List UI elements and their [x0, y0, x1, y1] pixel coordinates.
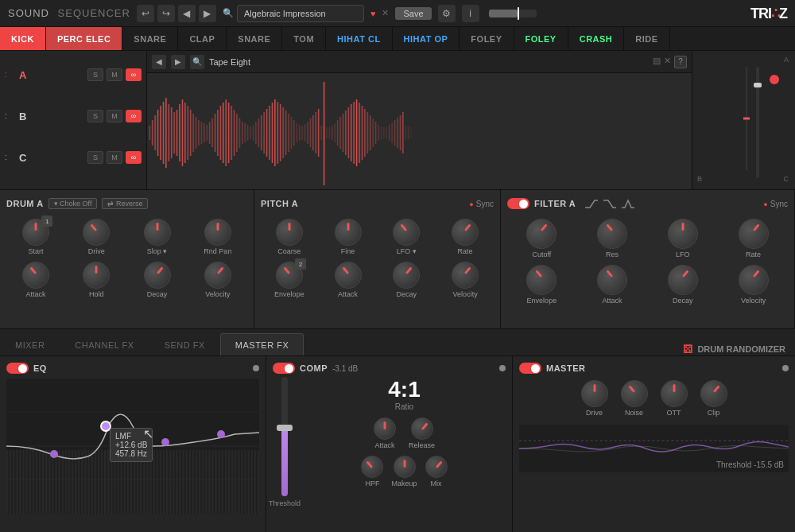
filter-decay-knob[interactable] — [668, 265, 698, 295]
track-b-solo[interactable]: S — [87, 110, 103, 122]
wf-next-btn[interactable]: ▶ — [171, 55, 185, 69]
tab-ride[interactable]: RIDE — [624, 27, 669, 50]
filter-attack-knob[interactable] — [597, 265, 627, 295]
drum-rndpan-knob[interactable] — [204, 219, 231, 246]
tab-send-fx[interactable]: SEND FX — [149, 333, 220, 355]
tab-master-fx[interactable]: MASTER FX — [220, 333, 304, 355]
drum-hold-knob[interactable] — [83, 262, 110, 289]
drum-slop-label: Slop ▾ — [147, 247, 168, 255]
wf-prev-btn[interactable]: ◀ — [152, 55, 166, 69]
tab-hihat-op[interactable]: HIHAT OP — [393, 27, 460, 50]
undo-button[interactable]: ↩ — [137, 5, 154, 22]
master-noise-knob[interactable] — [621, 380, 648, 407]
master-drive-knob[interactable] — [581, 380, 608, 407]
pitch-fine-knob[interactable] — [335, 219, 362, 246]
comp-mix-knob[interactable] — [425, 456, 448, 478]
tab-crash[interactable]: CRASH — [568, 27, 625, 50]
pitch-velocity-knob[interactable] — [452, 262, 479, 289]
wf-question[interactable]: ? — [674, 56, 687, 68]
comp-slider-handle[interactable] — [277, 425, 293, 431]
tab-snare1[interactable]: SNARE — [122, 27, 178, 50]
comp-toggle[interactable] — [273, 363, 295, 374]
comp-makeup-knob[interactable] — [394, 456, 416, 478]
comp-attack-knob[interactable] — [374, 417, 396, 440]
track-a-name: A — [19, 69, 84, 81]
track-c-mute[interactable]: M — [107, 151, 122, 164]
comp-release-knob[interactable] — [411, 417, 433, 440]
comp-threshold-slider[interactable] — [281, 377, 288, 496]
eq-point-3[interactable] — [161, 438, 169, 446]
pitch-decay-knob[interactable] — [393, 262, 420, 289]
tab-snare2[interactable]: SNARE — [227, 27, 282, 50]
mixer-tabs-bar: MIXER CHANNEL FX SEND FX MASTER FX ⚄ DRU… — [0, 329, 795, 356]
track-c-solo[interactable]: S — [87, 151, 103, 164]
filter-shape-hp[interactable] — [602, 198, 618, 209]
filter-rate-knob[interactable] — [739, 219, 769, 249]
pitch-attack-knob[interactable] — [335, 262, 362, 289]
master-ott-knob[interactable] — [661, 380, 688, 407]
main-top-section: ⁚ A S M ∞ ⁚ B S M ∞ ⁚ C S M ∞ ◀ ▶ 🔍 Tape… — [0, 51, 795, 190]
comp-knobs-bottom: HPF Makeup Mix — [303, 456, 506, 487]
filter-shape-lp[interactable] — [584, 198, 599, 209]
svg-rect-88 — [389, 125, 390, 141]
drum-reverse-btn[interactable]: ⇄ Reverse — [102, 198, 148, 209]
eq-toggle[interactable] — [6, 363, 29, 374]
tab-foley2[interactable]: FOLEY — [514, 27, 568, 50]
drum-decay-knob[interactable] — [144, 262, 171, 289]
master-dot-indicator — [782, 365, 789, 371]
pitch-coarse-knob[interactable] — [276, 219, 303, 246]
eq-point-1[interactable] — [50, 450, 58, 458]
filter-toggle[interactable] — [507, 198, 529, 209]
eq-canvas[interactable]: LMF +12.6 dB 457.8 Hz ↖ — [6, 379, 259, 514]
pitch-envelope-label: Envelope — [274, 290, 304, 298]
tab-channel-fx[interactable]: CHANNEL FX — [60, 333, 149, 355]
eq-point-4[interactable] — [217, 430, 225, 438]
filter-lfo-knob[interactable] — [668, 219, 698, 249]
tab-foley1[interactable]: FOLEY — [460, 27, 514, 50]
drum-drive-knob[interactable] — [83, 219, 110, 246]
track-c-link[interactable]: ∞ — [126, 151, 142, 164]
drum-slop-knob[interactable] — [144, 219, 171, 246]
filter-res-knob[interactable] — [597, 219, 627, 249]
tab-mixer[interactable]: MIXER — [0, 333, 60, 355]
pitch-rate-knob[interactable] — [452, 219, 479, 246]
redo-button[interactable]: ↪ — [157, 5, 175, 22]
tab-clap[interactable]: CLAP — [178, 27, 227, 50]
heart-icon[interactable]: ♥ — [370, 9, 376, 18]
wf-search-btn[interactable]: 🔍 — [190, 55, 204, 69]
tab-tom[interactable]: TOM — [282, 27, 326, 50]
track-a-solo[interactable]: S — [87, 68, 103, 81]
save-button[interactable]: Save — [395, 7, 431, 20]
drum-attack-knob[interactable] — [22, 262, 49, 289]
preset-search[interactable] — [237, 5, 364, 22]
next-button[interactable]: ▶ — [199, 5, 216, 22]
tab-kick[interactable]: KICK — [0, 27, 46, 50]
svg-rect-9 — [173, 112, 175, 153]
tab-hihat-cl[interactable]: HIHAT CL — [326, 27, 393, 50]
filter-shape-bp[interactable] — [620, 198, 636, 209]
eq-point-2[interactable] — [100, 421, 111, 432]
filter-envelope-knob[interactable] — [526, 265, 556, 295]
close-icon[interactable]: ✕ — [382, 8, 389, 18]
filter-cutoff-knob[interactable] — [526, 219, 556, 249]
tab-perc-elec[interactable]: PERC ELEC — [46, 27, 122, 50]
volume-slider-handle[interactable] — [754, 83, 762, 87]
filter-velocity-knob[interactable] — [739, 265, 769, 295]
waveform-canvas[interactable] — [147, 78, 692, 189]
filter-sync-indicator: ● Sync — [763, 199, 788, 208]
svg-rect-6 — [165, 98, 167, 168]
track-a-mute[interactable]: M — [107, 68, 122, 81]
prev-button[interactable]: ◀ — [178, 5, 196, 22]
master-clip-knob[interactable] — [700, 380, 727, 407]
instrument-area: DRUM A ▾ Choke Off ⇄ Reverse 1 Start Dri… — [0, 190, 795, 329]
pitch-lfo-knob[interactable] — [393, 219, 420, 246]
info-button[interactable]: i — [462, 5, 479, 22]
comp-hpf-knob[interactable] — [361, 456, 383, 478]
track-b-link[interactable]: ∞ — [126, 110, 142, 122]
master-toggle[interactable] — [519, 363, 541, 374]
track-a-link[interactable]: ∞ — [126, 68, 142, 81]
track-b-mute[interactable]: M — [107, 110, 122, 122]
settings-icon-btn[interactable]: ⚙ — [438, 5, 456, 22]
drum-choke-btn[interactable]: ▾ Choke Off — [48, 198, 98, 209]
drum-velocity-knob[interactable] — [204, 262, 231, 289]
